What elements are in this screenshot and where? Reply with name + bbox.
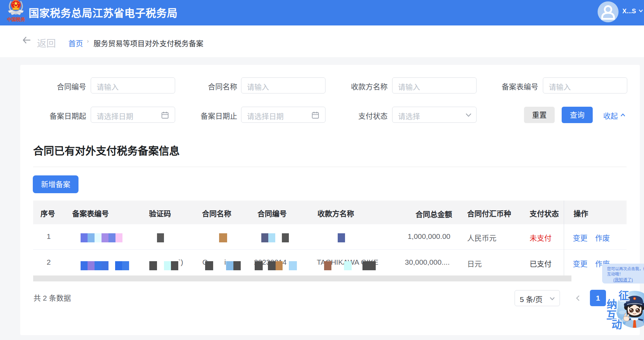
svg-text:中国税务: 中国税务	[7, 17, 25, 22]
